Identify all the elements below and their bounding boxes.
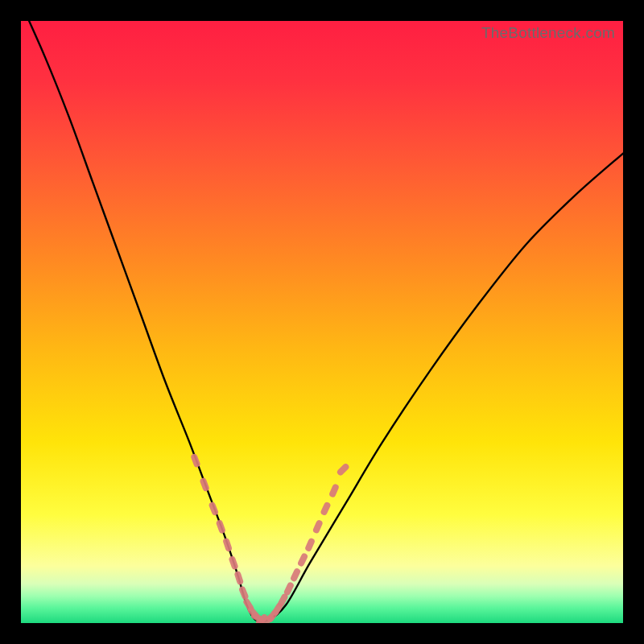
svg-line-23 [332, 487, 336, 493]
watermark-text: TheBottleneck.com [481, 24, 615, 42]
svg-line-3 [213, 506, 215, 512]
curve-layer [21, 21, 623, 623]
svg-line-17 [287, 585, 291, 592]
svg-line-20 [308, 542, 312, 548]
svg-line-16 [281, 597, 284, 604]
plot-area: TheBottleneck.com [21, 21, 623, 623]
bottleneck-curve [21, 21, 623, 622]
svg-line-15 [275, 606, 279, 613]
svg-line-24 [341, 467, 345, 472]
svg-line-19 [301, 556, 304, 563]
svg-line-2 [204, 481, 206, 488]
svg-line-8 [242, 589, 245, 596]
svg-line-21 [316, 523, 320, 530]
chart-frame: TheBottleneck.com [0, 0, 644, 644]
dotted-left-branch [194, 457, 264, 623]
svg-line-18 [294, 572, 297, 578]
svg-line-22 [324, 506, 328, 512]
svg-line-6 [233, 559, 235, 566]
dotted-right-branch [265, 467, 345, 622]
svg-line-1 [194, 457, 196, 464]
svg-line-5 [226, 541, 229, 548]
svg-line-7 [237, 575, 240, 582]
svg-line-4 [220, 523, 222, 530]
